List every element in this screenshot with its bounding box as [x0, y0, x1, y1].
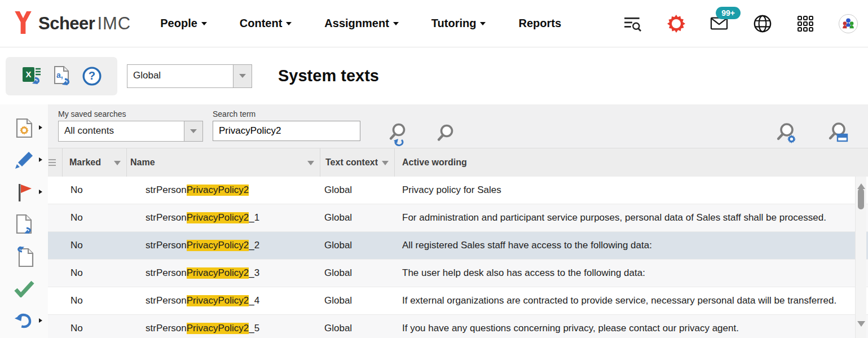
apps-grid-icon[interactable] [797, 15, 814, 32]
search-settings-icon[interactable] [774, 120, 798, 148]
scope-select[interactable]: Global [127, 64, 252, 88]
search-term-input[interactable] [213, 121, 360, 141]
table-row[interactable]: NostrPersonPrivacyPolicy2_1GlobalFor adm… [48, 204, 868, 232]
table-row[interactable]: NostrPersonPrivacyPolicy2_4GlobalIf exte… [48, 287, 868, 315]
table-row[interactable]: NostrPersonPrivacyPolicy2GlobalPrivacy p… [48, 177, 868, 204]
check-icon [14, 280, 34, 297]
main-panel: My saved searches All contents Search te… [48, 104, 868, 338]
nav-item-people[interactable]: People [160, 17, 207, 30]
column-header-text-context[interactable]: Text context [320, 148, 395, 177]
search-panel-icon[interactable] [826, 120, 850, 148]
chevron-down-icon [286, 22, 292, 28]
approve-button[interactable] [14, 279, 34, 299]
cell-active-wording: If you have any questions concerning pri… [395, 323, 868, 334]
table-row[interactable]: NostrPersonPrivacyPolicy2_5GlobalIf you … [48, 315, 868, 338]
edit-button[interactable] [14, 150, 34, 170]
nav-item-tutoring[interactable]: Tutoring [431, 17, 486, 30]
search-icon[interactable] [435, 121, 455, 148]
undo-arrow-icon [14, 312, 34, 330]
search-settings-icons [774, 120, 859, 148]
page-title: System texts [278, 67, 379, 85]
export-excel-icon[interactable]: X [21, 65, 43, 87]
cell-marked: No [63, 212, 127, 223]
cell-active-wording: The user help desk also has access to th… [395, 267, 868, 279]
scroll-down-icon[interactable] [857, 321, 865, 331]
search-highlight: PrivacyPolicy2 [187, 185, 249, 196]
page-toolbar: X a, ? Global System texts [0, 47, 868, 104]
scope-select-value: Global [127, 65, 233, 87]
cell-marked: No [63, 267, 127, 279]
chevron-down-icon [239, 74, 246, 81]
flag-icon [15, 182, 33, 203]
pencil-icon [14, 150, 34, 170]
cell-marked: No [63, 295, 127, 306]
menu-lines-icon [49, 159, 56, 166]
flyout-arrow-icon[interactable] [39, 190, 45, 194]
saved-searches-value: All contents [59, 121, 184, 141]
cell-active-wording: For administration and participant servi… [395, 212, 868, 223]
vertical-scrollbar[interactable] [855, 177, 866, 338]
column-label: Text context [325, 157, 378, 168]
flyout-arrow-icon[interactable] [39, 125, 45, 130]
import-document-button[interactable] [14, 247, 34, 266]
brand-mark-icon [14, 11, 33, 36]
cell-name: strPersonPrivacyPolicy2_2 [127, 240, 320, 251]
nav-item-content[interactable]: Content [240, 17, 292, 30]
new-text-button[interactable] [14, 118, 34, 138]
flyout-arrow-icon[interactable] [39, 157, 45, 162]
export-document-button[interactable] [14, 214, 34, 234]
undo-button[interactable] [14, 311, 34, 331]
export-text-icon[interactable]: a, [52, 65, 73, 87]
flyout-arrow-icon[interactable] [39, 318, 45, 323]
column-header-name[interactable]: Name [127, 148, 320, 177]
column-header-marked[interactable]: Marked [63, 148, 127, 177]
saved-searches-caret[interactable] [184, 121, 202, 141]
cell-name: strPersonPrivacyPolicy2_3 [127, 267, 320, 279]
mark-flag-button[interactable] [14, 182, 34, 202]
nav-item-reports[interactable]: Reports [518, 17, 561, 30]
column-drag-handle[interactable] [48, 148, 63, 177]
scope-select-caret[interactable] [233, 65, 252, 87]
pawns-icon [840, 16, 856, 32]
search-highlight: PrivacyPolicy2 [187, 295, 249, 306]
column-filter-icon[interactable] [114, 161, 121, 169]
search-highlight: PrivacyPolicy2 [187, 267, 249, 279]
column-label: Name [130, 157, 155, 168]
nav-item-assignment[interactable]: Assignment [324, 17, 398, 30]
globe-language-icon[interactable] [753, 14, 772, 33]
notification-badge: 99+ [716, 7, 741, 19]
cell-text-context: Global [320, 212, 395, 223]
column-label: Marked [69, 157, 101, 168]
scroll-up-icon[interactable] [857, 179, 865, 189]
cell-name: strPersonPrivacyPolicy2_4 [127, 295, 320, 306]
cell-marked: No [63, 240, 127, 251]
saved-searches-select[interactable]: All contents [58, 121, 203, 142]
search-refresh-icon[interactable] [386, 121, 409, 148]
search-highlight: PrivacyPolicy2 [187, 323, 249, 334]
table-row[interactable]: NostrPersonPrivacyPolicy2_2GlobalAll reg… [48, 232, 868, 260]
settings-gear-icon[interactable] [667, 15, 685, 33]
column-filter-icon[interactable] [307, 161, 314, 169]
cell-active-wording: Privacy policy for Sales [395, 185, 868, 196]
saved-searches-label: My saved searches [58, 109, 203, 118]
mail-icon[interactable]: 99+ [710, 16, 728, 31]
help-icon[interactable]: ? [82, 66, 102, 86]
main-menu: PeopleContentAssignmentTutoringReports [160, 17, 561, 30]
column-header-active-wording[interactable]: Active wording [395, 148, 868, 177]
user-avatar[interactable] [839, 14, 858, 33]
top-navigation-bar: ScheerIMC PeopleContentAssignmentTutorin… [0, 0, 868, 47]
scroll-thumb[interactable] [858, 188, 864, 209]
search-list-icon[interactable] [623, 15, 642, 33]
cell-name: strPersonPrivacyPolicy2 [127, 185, 320, 196]
column-filter-icon[interactable] [382, 161, 389, 169]
table-row[interactable]: NostrPersonPrivacyPolicy2_3GlobalThe use… [48, 260, 868, 287]
cell-marked: No [63, 185, 127, 196]
brand-logo[interactable]: ScheerIMC [14, 11, 131, 36]
search-action-icons [386, 121, 455, 148]
cell-active-wording: All registered Sales staff have access t… [395, 240, 868, 251]
cell-text-context: Global [320, 185, 395, 196]
search-filter-bar: My saved searches All contents Search te… [48, 104, 868, 148]
search-term-field: Search term [213, 109, 360, 148]
topbar-icon-group: 99+ [623, 14, 858, 33]
cell-text-context: Global [320, 267, 395, 279]
